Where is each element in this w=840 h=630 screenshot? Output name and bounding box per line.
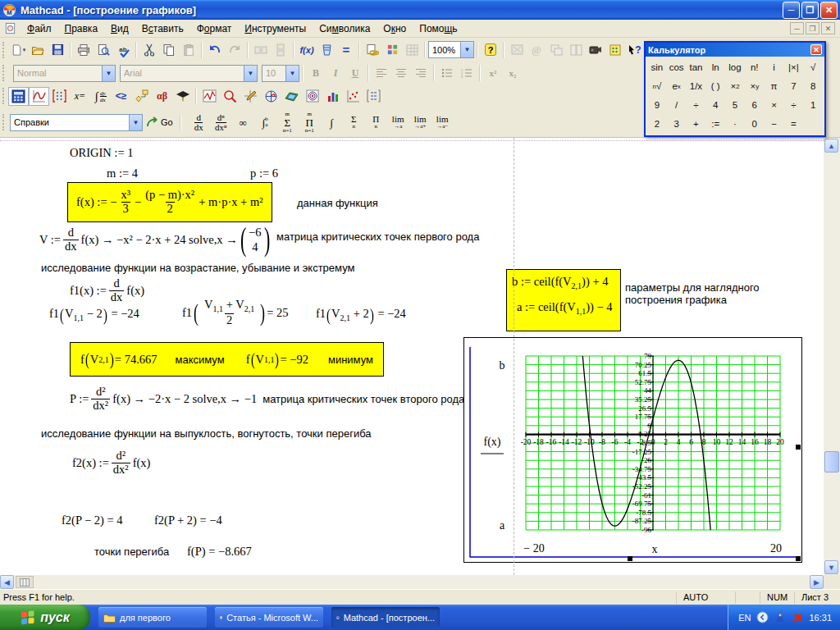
style-combo[interactable]: Normal ▼	[13, 65, 116, 82]
selection-handle[interactable]	[796, 556, 801, 561]
calculus-op-∫[interactable]: ∫ba	[254, 110, 276, 135]
go-button[interactable]: Go	[146, 116, 173, 128]
calc-key-√n[interactable]: n√	[647, 78, 667, 94]
spell-check-button[interactable]: ab	[113, 40, 133, 59]
calc-key-8[interactable]: 8	[803, 78, 823, 94]
text-region-f-comment[interactable]: данная функция	[297, 197, 378, 209]
chevron-down-icon[interactable]: ▼	[102, 66, 115, 81]
vertical-scrollbar[interactable]: ▲ ▼	[824, 138, 840, 575]
align-right-button[interactable]	[411, 64, 431, 83]
selection-handle[interactable]	[796, 445, 801, 450]
subscript-button[interactable]: x₂	[503, 64, 523, 83]
calc-key-×[interactable]: ×	[765, 97, 784, 113]
page-view-button[interactable]	[16, 576, 34, 588]
text-region-v-comment[interactable]: матрица критических точек первого рода	[276, 231, 479, 243]
mdi-restore-button[interactable]: ❐	[806, 22, 819, 34]
taskbar-task-mathcad[interactable]: MMathcad - [построен...	[331, 607, 440, 628]
hide-icons-chevron-icon[interactable]	[756, 611, 769, 623]
calculus-op-Π[interactable]: Πn	[365, 110, 387, 135]
calculus-op-Π[interactable]: mΠn=1	[299, 110, 321, 135]
paste-button[interactable]	[179, 40, 199, 59]
calculator-close-icon[interactable]: ✕	[810, 44, 822, 55]
bold-button[interactable]: B	[306, 64, 326, 83]
chevron-down-icon[interactable]: ▼	[129, 115, 142, 130]
save-button[interactable]	[48, 40, 67, 59]
menu-item-Формат[interactable]: Формат	[190, 21, 239, 36]
calculus-op-lim[interactable]: lim→a	[387, 110, 409, 135]
scatter-plot-3d-button[interactable]	[343, 87, 363, 106]
chevron-down-icon[interactable]: ▼	[460, 42, 473, 57]
calc-key-i[interactable]: i	[765, 59, 784, 75]
symbolic-palette-button[interactable]	[172, 87, 193, 106]
italic-button[interactable]: I	[326, 64, 345, 83]
align-center-button[interactable]	[391, 64, 411, 83]
math-region-plot-params[interactable]: b := ceil(f(V2,1)) + 4 a := ceil(f(V1,1)…	[506, 269, 621, 331]
math-region-origin[interactable]: ORIGIN := 1	[70, 146, 133, 160]
calc-key-+[interactable]: +	[687, 116, 706, 132]
menu-item-Символика[interactable]: Символика	[313, 21, 377, 36]
scroll-left-button[interactable]: ◀	[0, 575, 14, 589]
chevron-down-icon[interactable]: ▼	[244, 66, 257, 81]
bullet-list-button[interactable]	[437, 64, 457, 83]
calc-key-log[interactable]: log	[725, 59, 745, 75]
calculator-palette-titlebar[interactable]: Калькулятор ✕	[646, 43, 824, 57]
calc-key-1[interactable]: 1	[803, 97, 823, 113]
undo-button[interactable]	[205, 40, 225, 59]
calculus-op-lim[interactable]: lim→a+	[409, 110, 431, 135]
resources-combo[interactable]: Справки ▼	[10, 114, 143, 131]
mdi-close-button[interactable]: ✕	[821, 22, 835, 34]
insert-table-button[interactable]	[402, 40, 422, 59]
calc-key-0[interactable]: 0	[745, 116, 765, 132]
print-button[interactable]	[74, 40, 94, 59]
greek-palette-button[interactable]: αβ	[152, 87, 172, 106]
menu-item-Вид[interactable]: Вид	[104, 21, 135, 36]
calculus-op-∫[interactable]: ∫	[321, 110, 343, 135]
worksheet[interactable]: ORIGIN := 1 m := 4 p := 6 f(x) := − x³3 …	[0, 138, 824, 575]
taskbar-task-word[interactable]: WСтатья - Microsoft W...	[215, 607, 323, 628]
menu-item-Вставить[interactable]: Вставить	[135, 21, 190, 36]
math-region-f1-eval2[interactable]: f1( V1,1 + V2,12 ) = 25	[182, 299, 289, 327]
start-button[interactable]: пуск	[0, 605, 90, 630]
calc-key-6[interactable]: 6	[745, 97, 765, 113]
animation-button[interactable]	[586, 40, 605, 59]
calc-key-÷[interactable]: ÷	[783, 97, 803, 113]
evaluation-palette-button[interactable]: x=	[70, 87, 90, 106]
minimize-button[interactable]: ─	[783, 2, 800, 19]
xy-plot-button[interactable]	[199, 87, 220, 106]
scroll-down-button[interactable]: ▼	[824, 560, 838, 574]
insert-hyperlink-button[interactable]	[363, 40, 382, 59]
redo-button[interactable]	[225, 40, 244, 59]
boolean-palette-button[interactable]: <≥	[111, 87, 131, 106]
calculator-palette-button[interactable]	[8, 87, 29, 106]
calculus-op-∞[interactable]: ∞	[232, 110, 254, 135]
toolbar-grip[interactable]	[2, 114, 6, 130]
close-button[interactable]: ✕	[820, 2, 838, 19]
surface-plot-button[interactable]	[281, 87, 302, 106]
calc-key-4[interactable]: 4	[705, 97, 725, 113]
calc-key-9[interactable]: 9	[647, 97, 667, 113]
math-region-f2-eval1[interactable]: f2(P − 2) = 4	[62, 514, 123, 527]
align-down-button[interactable]	[271, 40, 290, 59]
calc-key-ln[interactable]: ln	[705, 59, 725, 75]
context-help-button[interactable]: ?	[625, 40, 645, 59]
scroll-right-button[interactable]: ▶	[810, 575, 824, 589]
calculus-op-d[interactable]: ddx	[188, 110, 210, 135]
calc-key-√[interactable]: √	[803, 59, 823, 75]
horizontal-scrollbar[interactable]: ◀ ▶	[0, 575, 824, 589]
math-region-p-definition[interactable]: P := d²dx² f(x) → −2·x − 2 solve,x → −1 …	[70, 386, 464, 413]
menu-item-Помощь[interactable]: Помощь	[413, 21, 463, 36]
menu-item-Инструменты[interactable]: Инструменты	[238, 21, 313, 36]
numbered-list-button[interactable]: 123	[457, 64, 477, 83]
calc-key-π[interactable]: π	[765, 78, 784, 94]
polar-plot-button[interactable]	[261, 87, 281, 106]
calculus-op-lim[interactable]: lim→a−	[431, 110, 454, 135]
toolbar-grip[interactable]	[2, 65, 6, 81]
mdi-minimize-button[interactable]: ─	[790, 22, 804, 34]
toolbar-grip[interactable]	[2, 42, 6, 58]
menu-item-Окно[interactable]: Окно	[377, 21, 413, 36]
calculus-palette-button[interactable]: ∫dydx	[90, 87, 111, 106]
calc-key-×2[interactable]: ×2	[725, 78, 745, 94]
vertical-scroll-thumb[interactable]	[824, 451, 839, 472]
menu-item-Файл[interactable]: Файл	[21, 21, 58, 36]
calc-key-÷[interactable]: ÷	[687, 97, 706, 113]
